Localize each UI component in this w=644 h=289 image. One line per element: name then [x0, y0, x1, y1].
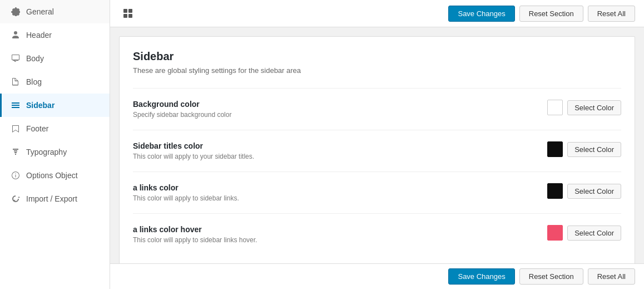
- sidebar-navigation: General Header Body Blog Sid: [0, 0, 110, 289]
- nav-label-general: General: [26, 7, 54, 16]
- setting-row-titles-color: Sidebar titles color This color will app…: [133, 130, 621, 172]
- setting-desc-background-color: Specify sidebar background color: [133, 111, 534, 119]
- settings-panel: Sidebar These are global styling setting…: [119, 36, 635, 263]
- gear-icon: [11, 7, 21, 17]
- sidebar-item-footer[interactable]: Footer: [0, 117, 110, 140]
- content-area: Sidebar These are global styling setting…: [110, 27, 644, 263]
- select-color-btn-background[interactable]: Select Color: [567, 100, 621, 115]
- bottom-toolbar: Save Changes Reset Section Reset All: [110, 263, 644, 289]
- setting-title-links-color: a links color: [133, 183, 534, 192]
- save-changes-button-top[interactable]: Save Changes: [448, 6, 514, 22]
- nav-label-sidebar: Sidebar: [26, 101, 55, 110]
- sidebar-item-import-export[interactable]: Import / Export: [0, 187, 110, 210]
- setting-desc-links-hover-color: This color will apply to sidebar links h…: [133, 236, 534, 244]
- main-content: Save Changes Reset Section Reset All Sid…: [110, 0, 644, 289]
- svg-rect-1: [128, 9, 132, 13]
- panel-title: Sidebar: [133, 50, 621, 63]
- setting-title-background-color: Background color: [133, 100, 534, 109]
- color-swatch-links[interactable]: [547, 183, 563, 199]
- monitor-icon: [11, 53, 21, 63]
- sidebar-item-body[interactable]: Body: [0, 47, 110, 70]
- svg-rect-2: [123, 14, 127, 18]
- svg-rect-3: [128, 14, 132, 18]
- select-color-btn-titles[interactable]: Select Color: [567, 142, 621, 157]
- sidebar-item-options-object[interactable]: Options Object: [0, 164, 110, 187]
- sidebar-item-blog[interactable]: Blog: [0, 70, 110, 94]
- nav-label-header: Header: [26, 31, 52, 40]
- reset-section-button-top[interactable]: Reset Section: [519, 6, 583, 22]
- setting-label-links-color: a links color This color will apply to s…: [133, 183, 534, 202]
- select-color-btn-links-hover[interactable]: Select Color: [567, 226, 621, 241]
- panel-description: These are global styling settings for th…: [133, 66, 621, 75]
- color-swatch-background[interactable]: [547, 100, 563, 115]
- setting-control-links-color: Select Color: [547, 183, 621, 199]
- color-swatch-titles[interactable]: [547, 141, 563, 157]
- setting-label-background-color: Background color Specify sidebar backgro…: [133, 100, 534, 119]
- nav-label-blog: Blog: [26, 77, 42, 86]
- sidebar-item-header[interactable]: Header: [0, 23, 110, 47]
- setting-title-links-hover-color: a links color hover: [133, 225, 534, 234]
- top-toolbar: Save Changes Reset Section Reset All: [110, 0, 644, 27]
- nav-label-import-export: Import / Export: [26, 194, 77, 203]
- reset-section-button-bottom[interactable]: Reset Section: [519, 268, 583, 285]
- person-icon: [11, 30, 21, 40]
- grid-icon: [119, 4, 137, 22]
- sidebar-item-typography[interactable]: Typography: [0, 140, 110, 164]
- setting-desc-titles-color: This color will apply to your sidebar ti…: [133, 153, 534, 160]
- bookmark-icon: [11, 124, 21, 134]
- setting-row-links-color: a links color This color will apply to s…: [133, 172, 621, 213]
- setting-label-links-hover-color: a links color hover This color will appl…: [133, 225, 534, 244]
- info-icon: [11, 170, 21, 180]
- select-color-btn-links[interactable]: Select Color: [567, 184, 621, 199]
- setting-control-links-hover-color: Select Color: [547, 225, 621, 241]
- nav-label-body: Body: [26, 54, 44, 63]
- setting-control-background-color: Select Color: [547, 100, 621, 115]
- nav-label-options-object: Options Object: [26, 171, 78, 180]
- letter-icon: [11, 147, 21, 157]
- tag-icon: [11, 77, 21, 87]
- svg-rect-0: [123, 9, 127, 13]
- reset-all-button-bottom[interactable]: Reset All: [588, 268, 635, 285]
- sidebar-item-sidebar[interactable]: Sidebar: [0, 94, 110, 117]
- setting-control-titles-color: Select Color: [547, 141, 621, 157]
- setting-label-titles-color: Sidebar titles color This color will app…: [133, 141, 534, 160]
- lines-icon: [11, 100, 21, 110]
- save-changes-button-bottom[interactable]: Save Changes: [448, 268, 514, 285]
- nav-label-footer: Footer: [26, 124, 48, 133]
- refresh-icon: [11, 194, 21, 204]
- setting-row-links-hover-color: a links color hover This color will appl…: [133, 213, 621, 255]
- setting-desc-links-color: This color will apply to sidebar links.: [133, 194, 534, 202]
- nav-label-typography: Typography: [26, 148, 67, 156]
- setting-row-background-color: Background color Specify sidebar backgro…: [133, 88, 621, 130]
- reset-all-button-top[interactable]: Reset All: [588, 6, 635, 22]
- color-swatch-links-hover[interactable]: [547, 225, 563, 241]
- setting-title-titles-color: Sidebar titles color: [133, 141, 534, 150]
- sidebar-item-general[interactable]: General: [0, 0, 110, 23]
